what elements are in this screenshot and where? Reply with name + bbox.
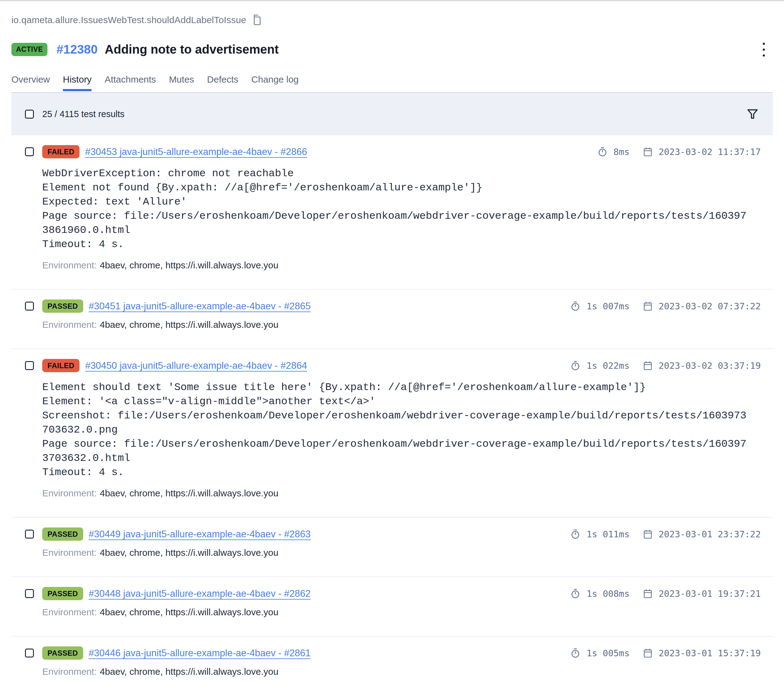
calendar-icon [643,147,652,157]
calendar-icon [643,589,652,598]
datetime: 2023-03-01 19:37:21 [643,588,763,599]
result-link[interactable]: #30450 java-junit5-allure-example-ae-4ba… [85,360,307,371]
calendar-icon [643,648,652,658]
row-checkbox[interactable] [25,147,34,156]
copy-icon[interactable] [251,14,262,26]
results-list: FAILED #30453 java-junit5-allure-example… [12,135,773,692]
status-badge: PASSED [42,528,83,541]
environment-value: 4baev, chrome, https://i.will.always.lov… [100,260,278,270]
breadcrumb-row: io.qameta.allure.IssuesWebTest.shouldAdd… [12,14,773,26]
calendar-icon [643,301,652,311]
tab-overview[interactable]: Overview [12,74,50,91]
result-row-head: FAILED #30450 java-junit5-allure-example… [12,359,773,372]
result-row-head: FAILED #30453 java-junit5-allure-example… [12,145,773,158]
result-link[interactable]: #30453 java-junit5-allure-example-ae-4ba… [85,146,307,158]
duration: 1s 011ms [568,529,629,539]
duration-value: 8ms [614,147,629,157]
title-row: ACTIVE #12380 Adding note to advertiseme… [12,43,773,56]
error-message: WebDriverException: chrome not reachable… [42,166,749,251]
status-badge: PASSED [42,299,83,313]
status-badge: FAILED [42,359,79,372]
issue-id: #12380 [56,43,97,56]
result-link[interactable]: #30451 java-junit5-allure-example-ae-4ba… [89,301,311,312]
error-message: Element should text 'Some issue title he… [42,380,749,479]
environment-line: Environment:4baev, chrome, https://i.wil… [42,488,773,498]
row-checkbox[interactable] [25,529,34,539]
datetime: 2023-03-01 15:37:19 [643,648,763,658]
environment-value: 4baev, chrome, https://i.will.always.lov… [100,319,278,330]
breadcrumb: io.qameta.allure.IssuesWebTest.shouldAdd… [12,15,246,25]
row-checkbox[interactable] [25,649,34,657]
datetime-value: 2023-03-02 11:37:17 [659,147,761,157]
duration: 1s 022ms [568,360,629,371]
test-result-row: PASSED #30448 java-junit5-allure-example… [12,577,773,636]
datetime: 2023-03-01 23:37:22 [643,529,763,539]
kebab-menu-icon[interactable] [763,43,765,56]
result-row-head: PASSED #30448 java-junit5-allure-example… [12,587,773,600]
environment-line: Environment:4baev, chrome, https://i.wil… [42,319,773,330]
tab-defects[interactable]: Defects [207,74,239,91]
environment-line: Environment:4baev, chrome, https://i.wil… [42,547,773,558]
stopwatch-icon [570,360,580,371]
stopwatch-icon [570,301,580,311]
row-meta: 1s 011ms 2023-03-01 23:37:22 [568,529,763,539]
calendar-icon [643,361,652,371]
environment-value: 4baev, chrome, https://i.will.always.lov… [100,547,278,558]
result-row-head: PASSED #30449 java-junit5-allure-example… [12,528,773,541]
environment-label: Environment: [42,488,97,498]
tab-bar: Overview History Attachments Mutes Defec… [12,74,773,91]
environment-value: 4baev, chrome, https://i.will.always.lov… [100,666,278,677]
page-title: Adding note to advertisement [105,43,279,56]
duration-value: 1s 022ms [586,360,629,371]
duration: 1s 005ms [568,648,629,658]
environment-line: Environment:4baev, chrome, https://i.wil… [42,666,773,677]
funnel-icon[interactable] [746,108,759,120]
result-link[interactable]: #30449 java-junit5-allure-example-ae-4ba… [89,529,311,540]
row-meta: 1s 007ms 2023-03-02 07:37:22 [568,301,763,311]
duration-value: 1s 007ms [586,301,629,311]
stopwatch-icon [570,648,580,658]
status-badge: PASSED [42,587,83,600]
datetime-value: 2023-03-01 19:37:21 [659,588,761,599]
row-meta: 8ms 2023-03-02 11:37:17 [568,147,763,157]
calendar-icon [643,529,652,539]
result-row-head: PASSED #30446 java-junit5-allure-example… [12,646,773,660]
environment-line: Environment:4baev, chrome, https://i.wil… [42,260,773,271]
environment-label: Environment: [42,260,97,270]
result-link[interactable]: #30448 java-junit5-allure-example-ae-4ba… [89,588,311,599]
tab-attachments[interactable]: Attachments [104,74,156,91]
environment-label: Environment: [42,319,97,330]
duration: 8ms [568,147,629,157]
datetime: 2023-03-02 11:37:17 [643,147,763,157]
duration: 1s 007ms [568,301,629,311]
row-checkbox[interactable] [25,361,34,370]
result-link[interactable]: #30446 java-junit5-allure-example-ae-4ba… [89,648,311,659]
row-checkbox[interactable] [25,589,34,598]
test-result-row: FAILED #30450 java-junit5-allure-example… [12,349,773,518]
results-count: 25 / 4115 test results [42,109,125,119]
environment-line: Environment:4baev, chrome, https://i.wil… [42,607,773,618]
tab-changelog[interactable]: Change log [252,74,299,91]
duration-value: 1s 011ms [586,529,629,539]
result-row-head: PASSED #30451 java-junit5-allure-example… [12,299,773,313]
duration-value: 1s 005ms [586,648,629,658]
row-meta: 1s 008ms 2023-03-01 19:37:21 [568,588,763,599]
row-checkbox[interactable] [25,302,34,311]
datetime-value: 2023-03-02 07:37:22 [659,301,761,311]
test-result-row: PASSED #30449 java-junit5-allure-example… [12,518,773,577]
environment-label: Environment: [42,547,97,558]
datetime: 2023-03-02 07:37:22 [643,301,763,311]
datetime-value: 2023-03-01 23:37:22 [659,529,761,539]
stopwatch-icon [598,147,608,157]
duration: 1s 008ms [568,588,629,599]
duration-value: 1s 008ms [586,588,629,599]
datetime-value: 2023-03-01 15:37:19 [659,648,761,658]
status-pill: ACTIVE [12,43,48,56]
tab-history[interactable]: History [63,74,92,91]
datetime: 2023-03-02 03:37:19 [643,360,763,371]
select-all-checkbox[interactable] [25,110,34,118]
tab-mutes[interactable]: Mutes [169,74,194,91]
row-meta: 1s 022ms 2023-03-02 03:37:19 [568,360,763,371]
row-meta: 1s 005ms 2023-03-01 15:37:19 [568,648,763,658]
stopwatch-icon [570,588,580,599]
